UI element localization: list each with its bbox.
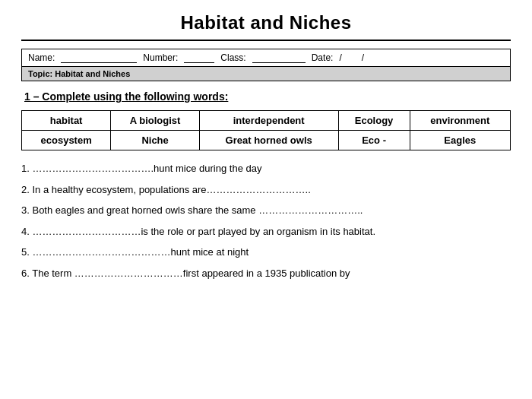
page: Habitat and Niches Name: Number: Class: …: [0, 0, 532, 399]
section1-title: 1 – Complete using the following words:: [24, 90, 511, 103]
class-field[interactable]: [252, 52, 306, 63]
question-number: 5.: [21, 246, 30, 258]
topic-label: Topic: Habitat and Niches: [28, 69, 130, 78]
number-field[interactable]: [184, 52, 214, 63]
word-cell: environment: [410, 111, 510, 131]
name-label: Name:: [28, 52, 55, 63]
word-cell: Great horned owls: [199, 131, 338, 150]
word-cell: Eco -: [338, 131, 410, 150]
question-number: 3.: [21, 204, 30, 216]
word-cell: Niche: [111, 131, 200, 150]
name-field[interactable]: [61, 52, 137, 63]
question-item: 3. Both eagles and great horned owls sha…: [21, 203, 511, 218]
number-label: Number:: [143, 52, 178, 63]
question-number: 6.: [21, 268, 30, 279]
question-item: 5. ……………………………………hunt mice at night: [21, 245, 511, 260]
question-item: 4. ……………………………is the role or part played…: [21, 224, 511, 239]
question-text: Both eagles and great horned owls share …: [32, 204, 363, 216]
date-sep2: /: [362, 52, 364, 63]
header-row: Name: Number: Class: Date: / /: [21, 49, 511, 67]
question-text: ……………………………………hunt mice at night: [32, 246, 249, 258]
date-sep1: /: [339, 52, 341, 63]
questions-list: 1. ……………………………….hunt mice during the day…: [21, 161, 511, 280]
word-cell: Eagles: [410, 131, 510, 150]
question-item: 6. The term ……………………………first appeared in…: [21, 266, 511, 281]
word-table: habitat A biologist interdependent Ecolo…: [21, 110, 511, 150]
question-text: ……………………………….hunt mice during the day: [32, 163, 261, 174]
question-text: In a healthy ecosystem, populations are……: [32, 184, 310, 195]
question-item: 2. In a healthy ecosystem, populations a…: [21, 182, 511, 198]
word-cell: Ecology: [338, 111, 410, 131]
word-table-row1: habitat A biologist interdependent Ecolo…: [22, 111, 511, 131]
page-title: Habitat and Niches: [21, 12, 511, 33]
question-text: The term ……………………………first appeared in a …: [32, 268, 350, 279]
word-cell: ecosystem: [22, 131, 111, 150]
topic-row: Topic: Habitat and Niches: [21, 67, 511, 81]
question-number: 1.: [21, 163, 30, 174]
word-table-row2: ecosystem Niche Great horned owls Eco - …: [22, 131, 511, 150]
class-label: Class:: [220, 52, 245, 63]
question-number: 4.: [21, 226, 30, 237]
question-text: ……………………………is the role or part played by…: [32, 226, 375, 237]
date-label: Date:: [312, 52, 334, 63]
question-item: 1. ……………………………….hunt mice during the day: [21, 161, 511, 176]
word-cell: A biologist: [111, 111, 200, 131]
word-cell: interdependent: [199, 111, 338, 131]
title-divider: [21, 40, 511, 41]
word-cell: habitat: [22, 111, 111, 131]
question-number: 2.: [21, 184, 30, 195]
